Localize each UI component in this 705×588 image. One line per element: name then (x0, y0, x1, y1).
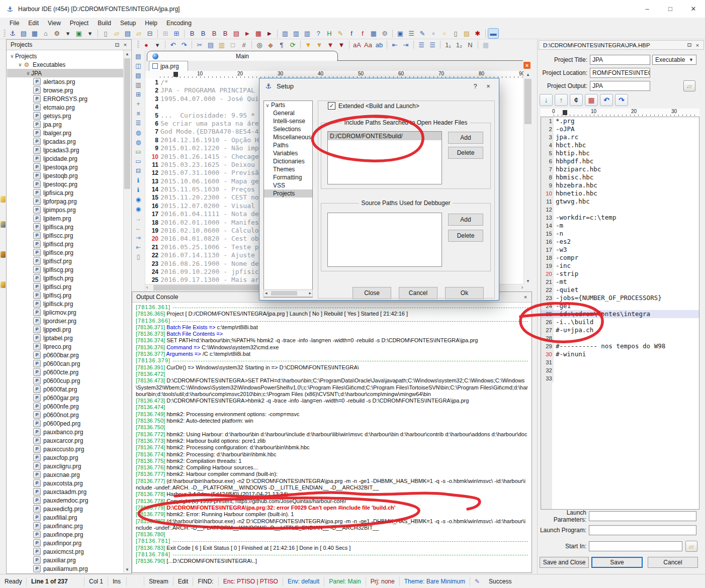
new-file-icon[interactable]: ▯ (101, 29, 111, 38)
document-icon[interactable]: ▯ (451, 29, 461, 38)
dialog-ok-button[interactable]: Ok (445, 287, 484, 299)
tree-file-p0600cte-prg[interactable]: Pp0600cte.prg (7, 368, 124, 376)
debug-bug-icon[interactable]: ✱ (473, 29, 483, 38)
include-delete-button[interactable]: Delete (448, 147, 483, 159)
tree-file-p0600nfe-prg[interactable]: Pp0600nfe.prg (7, 402, 124, 411)
parts-root[interactable]: ∨Parts (264, 101, 312, 109)
tree-file-ljpestoqa-prg[interactable]: Pljpestoqa.prg (7, 163, 124, 171)
source-add-button[interactable]: Add (448, 214, 483, 226)
redo-icon[interactable]: ↷ (179, 40, 189, 50)
tree-file-pauxdemdoc-prg[interactable]: Ppauxdemdoc.prg (7, 496, 124, 505)
project-title-input[interactable]: JPA (590, 55, 650, 65)
undo-icon[interactable]: ↶ (600, 94, 613, 106)
tree-group-executables[interactable]: ∨⚙Executables (7, 60, 124, 69)
tab-jpa-prg[interactable]: jpa.prg (149, 61, 188, 71)
setup-part-vss[interactable]: VSS (264, 181, 312, 189)
tree-file-pauxcarcor-prg[interactable]: Ppauxcarcor.prg (7, 436, 124, 445)
dialog-close-button[interactable]: × (482, 80, 495, 91)
rows-icon[interactable]: ≡ (134, 109, 143, 118)
columns-icon[interactable]: ☰ (134, 118, 143, 128)
tree-file-lbalger-prg[interactable]: Plbalger.prg (7, 129, 124, 137)
build-run-icon[interactable]: ► (242, 29, 252, 38)
tree-file-ljplicmov-prg[interactable]: Pljplicmov.prg (7, 308, 124, 317)
docked-icon-fragment[interactable] (1, 281, 6, 288)
erase-icon[interactable]: ◆ (266, 40, 276, 50)
tree-file-ljplfisch-prg[interactable]: Pljplfisch.prg (7, 274, 124, 282)
console-log[interactable]: [78136.361] ----------------------------… (133, 303, 531, 572)
screen-icon[interactable]: ▦ (30, 29, 40, 38)
dialog-help-button[interactable]: ? (469, 80, 482, 91)
setup-part-variables[interactable]: Variables (264, 149, 312, 157)
tree-file-pauxcligru-prg[interactable]: Ppauxcligru.prg (7, 462, 124, 470)
tree-file-pauxedicfg-prg[interactable]: Ppauxedicfg.prg (7, 505, 124, 513)
harbour-help-icon[interactable]: H (324, 29, 334, 38)
expand-icon[interactable]: + (134, 99, 143, 109)
tree-file-pauxicmcst-prg[interactable]: Ppauxicmcst.prg (7, 547, 124, 556)
tree-file-ljpcadas-prg[interactable]: Pljpcadas.prg (7, 137, 124, 146)
close-panel-icon[interactable]: × (121, 41, 129, 49)
tree-file-ljplfiscd-prg[interactable]: Pljplfiscd.prg (7, 240, 124, 248)
menu-help[interactable]: Help (140, 19, 162, 28)
tree-file-ljplfisci-prg[interactable]: Pljplfisci.prg (7, 282, 124, 291)
menu-edit[interactable]: Edit (24, 19, 43, 28)
record-macro-icon[interactable]: ● (141, 40, 151, 50)
tree-file-etcmaio-prg[interactable]: Petcmaio.prg (7, 103, 124, 112)
tree-file-pauxfinanc-prg[interactable]: Ppauxfinanc.prg (7, 522, 124, 530)
build-bricks-icon[interactable]: ▤ (231, 29, 241, 38)
print-icon[interactable]: ⊟ (145, 29, 155, 38)
tree-caret-icon[interactable]: ∨ (25, 70, 31, 76)
compile-ppo-icon[interactable]: B (209, 29, 219, 38)
include-add-button[interactable]: Add (448, 132, 483, 144)
tree-file-ljpordser-prg[interactable]: Pljpordser.prg (7, 317, 124, 325)
hbp-editor[interactable]: 1*.prg2-oJPA3jpa.rc4hbct.hbc5hbtip.hbc6h… (541, 117, 699, 510)
dialog-cancel-button[interactable]: Cancel (399, 287, 437, 299)
percent-grid-icon[interactable]: ▨ (462, 29, 472, 38)
rebuild-bricks-icon[interactable]: ▦ (253, 29, 263, 38)
image-caret-icon[interactable]: ▾ (85, 29, 95, 38)
extended-checkbox[interactable]: ✓ (328, 102, 335, 110)
help-icon[interactable]: ? (313, 29, 323, 38)
parts-hscrollbar[interactable]: ◂ ▸ (263, 289, 313, 297)
scroll-up-icon[interactable]: ▲ (524, 71, 532, 78)
compile-obj-icon[interactable]: B (220, 29, 230, 38)
docked-icon-fragment[interactable] (1, 251, 6, 258)
move-down-icon[interactable]: ↓ (540, 94, 553, 106)
sort-asc-icon[interactable]: ▼ (303, 40, 313, 50)
launch-program-input[interactable] (589, 525, 696, 535)
refresh-icon[interactable]: ⟳ (288, 40, 298, 50)
dialog-close-action-button[interactable]: Close (352, 287, 391, 299)
tree-file-pauxfinpor-prg[interactable]: Ppauxfinpor.prg (7, 539, 124, 547)
docked-icon-fragment[interactable] (1, 196, 6, 203)
cent-icon[interactable]: ¢ (570, 94, 583, 106)
tree-file-ljpestoqb-prg[interactable]: Pljpestoqb.prg (7, 171, 124, 180)
find-next-icon[interactable]: ¶ (277, 40, 287, 50)
source-delete-button[interactable]: Delete (448, 230, 483, 242)
tree-file-p0600fat-prg[interactable]: Pp0600fat.prg (7, 385, 124, 394)
zoom-in-icon[interactable]: ◉ (134, 194, 143, 204)
close-panel-icon[interactable]: × (693, 41, 701, 49)
paste-icon[interactable]: ▥ (217, 40, 227, 50)
tree-file-pauxiliar-prg[interactable]: Ppauxiliar.prg (7, 556, 124, 564)
setup-part-intellisense[interactable]: Intelli-sense (264, 117, 312, 125)
edit-doc-icon[interactable]: ✎ (335, 29, 345, 38)
window-list-icon[interactable]: ▣ (395, 29, 405, 38)
sort-desc-icon[interactable]: ▼ (314, 40, 324, 50)
build-tools-caret-icon[interactable]: ▾ (63, 29, 73, 38)
save-workspace-icon[interactable]: ▤ (19, 29, 29, 38)
hscroll-thumb[interactable] (271, 291, 297, 296)
pencil-blue-icon[interactable]: ✎ (417, 29, 427, 38)
scroll-left-icon[interactable]: ‹ (146, 284, 148, 290)
menu-encoding[interactable]: Encoding (162, 19, 196, 28)
docked-icon-fragment[interactable] (1, 221, 6, 228)
project-output-input[interactable]: JPA (590, 81, 650, 91)
rows2-icon[interactable]: ⊟ (134, 166, 143, 175)
compile-icon[interactable]: B (187, 29, 197, 38)
projects-scrollbar[interactable]: ▲ ▼ (123, 50, 131, 573)
extended-checkbox-row[interactable]: ✓ Extended <Build and Launch> (328, 102, 419, 110)
web-globe2-icon[interactable]: ◍ (134, 137, 143, 147)
tree-file-ljplfiscc-prg[interactable]: Pljplfiscc.prg (7, 231, 124, 240)
source-paths-list[interactable] (327, 213, 442, 267)
setup-part-miscellaneous[interactable]: Miscellaneous (264, 133, 312, 141)
number-two-icon[interactable]: 1₂ (454, 40, 464, 50)
float-panel-icon[interactable]: ⊡ (685, 41, 693, 49)
